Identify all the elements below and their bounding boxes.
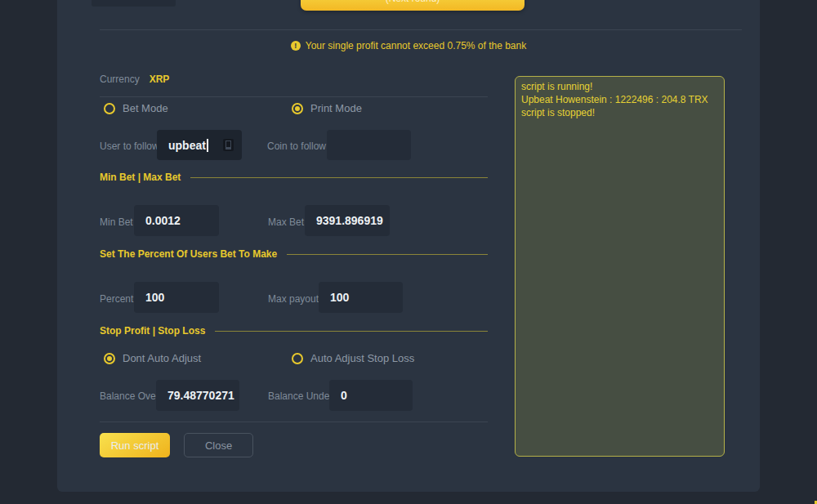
script-dialog-panel: (Next round) ! Your single profit cannot… xyxy=(57,0,760,492)
print-mode-label: Print Mode xyxy=(310,102,362,114)
dont-auto-adjust-label: Dont Auto Adjust xyxy=(123,352,201,364)
radio-checked-icon xyxy=(292,103,303,114)
radio-icon xyxy=(292,353,303,364)
currency-row: Currency XRP xyxy=(100,74,169,85)
section-rule xyxy=(287,254,488,255)
currency-label: Currency xyxy=(100,74,140,85)
bet-section-title: Min Bet | Max Bet xyxy=(100,172,181,183)
stop-section-title: Stop Profit | Stop Loss xyxy=(100,325,205,337)
page-background: (Next round) ! Your single profit cannot… xyxy=(0,0,817,504)
radio-checked-icon xyxy=(104,353,115,364)
coin-to-follow-label: Coin to follow xyxy=(267,140,326,152)
percent-input[interactable] xyxy=(134,282,219,313)
max-payout-input[interactable] xyxy=(319,282,403,313)
currency-divider xyxy=(100,96,488,97)
close-button[interactable]: Close xyxy=(184,433,253,457)
bet-mode-radio[interactable]: Bet Mode xyxy=(104,102,168,114)
section-rule xyxy=(190,177,488,178)
profit-warning: ! Your single profit cannot exceed 0.75%… xyxy=(57,40,760,51)
max-payout-label: Max payout xyxy=(268,293,319,305)
user-to-follow-value: upbeat xyxy=(168,139,206,152)
balance-over-label: Balance Over xyxy=(100,390,159,402)
stop-section-header: Stop Profit | Stop Loss xyxy=(100,325,488,337)
coin-to-follow-input[interactable] xyxy=(327,130,411,160)
warning-text: Your single profit cannot exceed 0.75% o… xyxy=(306,40,526,51)
balance-under-label: Balance Under xyxy=(268,390,333,402)
balance-over-input[interactable] xyxy=(156,380,239,411)
radio-icon xyxy=(104,103,115,114)
percent-label: Percent xyxy=(100,293,133,305)
user-to-follow-label: User to follow xyxy=(100,140,159,152)
log-line: Upbeat Howenstein : 1222496 : 204.8 TRX xyxy=(521,93,718,106)
bet-next-round-button[interactable]: (Next round) xyxy=(301,0,525,11)
alert-circle-icon: ! xyxy=(291,41,301,51)
percent-section-header: Set The Percent Of Users Bet To Make xyxy=(100,248,488,260)
log-line: script is running! xyxy=(521,80,718,93)
auto-adjust-stop-loss-label: Auto Adjust Stop Loss xyxy=(310,352,414,364)
log-line: script is stopped! xyxy=(521,106,718,119)
top-divider xyxy=(100,29,742,30)
min-bet-input[interactable] xyxy=(134,205,219,236)
balance-under-input[interactable] xyxy=(329,380,413,411)
max-bet-label: Max Bet xyxy=(268,216,304,228)
bet-mode-label: Bet Mode xyxy=(123,102,168,114)
actions-divider xyxy=(100,421,488,422)
dont-auto-adjust-radio[interactable]: Dont Auto Adjust xyxy=(104,352,201,364)
cut-off-input[interactable] xyxy=(92,0,176,7)
user-to-follow-input[interactable]: upbeat xyxy=(157,130,242,160)
keyboard-icon xyxy=(223,139,234,151)
text-caret xyxy=(207,139,208,152)
section-rule xyxy=(215,331,488,332)
max-bet-input[interactable] xyxy=(305,205,390,236)
script-log-console[interactable]: script is running! Upbeat Howenstein : 1… xyxy=(515,76,725,457)
currency-value[interactable]: XRP xyxy=(150,74,170,85)
auto-adjust-stop-loss-radio[interactable]: Auto Adjust Stop Loss xyxy=(292,352,414,364)
run-script-button[interactable]: Run script xyxy=(100,433,170,457)
print-mode-radio[interactable]: Print Mode xyxy=(292,102,362,114)
bet-section-header: Min Bet | Max Bet xyxy=(100,172,488,183)
min-bet-label: Min Bet xyxy=(100,216,133,228)
percent-section-title: Set The Percent Of Users Bet To Make xyxy=(100,248,277,260)
